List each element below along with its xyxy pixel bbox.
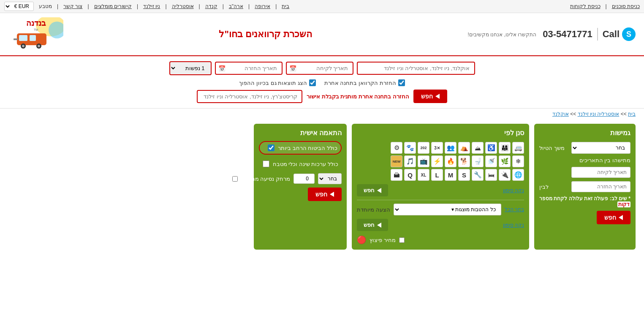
secondary-destination-wrap	[197, 90, 302, 103]
nav-usa[interactable]: ארה"ב	[229, 3, 243, 9]
return-other-station-checkbox[interactable]	[398, 79, 405, 86]
filter-icon-xl[interactable]: XL	[418, 169, 429, 181]
personal-panel-title: התאמה אישית	[259, 129, 342, 137]
header-subtitle: התקשרו אלינו, אנחנו מקשיבים!	[468, 32, 537, 38]
distance-checkbox[interactable]	[232, 176, 238, 182]
filter-icon-mountain[interactable]: ⛰	[472, 142, 484, 154]
filter-icon-family[interactable]: 👨‍👩‍👧	[499, 142, 511, 154]
nav-contact[interactable]: צור קשר	[63, 3, 82, 9]
flex-btn-row: חפש	[539, 211, 630, 224]
filter-icon-plug[interactable]: 🔌	[499, 169, 511, 181]
search-button[interactable]: חפש	[413, 90, 447, 103]
divider	[597, 28, 598, 41]
flex-note-white: * שים לב: פעולה זאת עלולה לקחת מספר	[539, 196, 630, 201]
breadcrumb-australia-nz[interactable]: אוסטרליה וניו זילנד	[578, 111, 620, 117]
passengers-select[interactable]: 1 נפשות	[169, 61, 212, 75]
offer-search-button[interactable]: חפש	[357, 219, 388, 231]
currency-label: מטבע	[39, 3, 52, 9]
price-explosion-checkbox[interactable]	[399, 237, 405, 243]
filter-icon-eco[interactable]: 🌿	[499, 155, 511, 167]
filter-icon-wifi[interactable]: 🌐	[512, 169, 524, 181]
nav-agents-link[interactable]: כניסת סוכנים	[612, 3, 640, 9]
distance-unit-select[interactable]: בחר	[318, 173, 342, 184]
filters-search-label: חפש	[364, 187, 375, 193]
flex-pickup-row	[539, 167, 630, 178]
offer-arrow-icon	[377, 223, 381, 228]
nav-canada[interactable]: קנדה	[205, 3, 217, 9]
svg-rect-3	[19, 35, 27, 41]
phone-number: 03-5471771	[543, 29, 592, 40]
nav-newzealand[interactable]: ניו זילנד	[143, 3, 160, 9]
clear-selection-link2[interactable]: נקה סימון	[503, 222, 524, 228]
personal-search-button[interactable]: חפש	[308, 188, 342, 201]
filter-icon-camping[interactable]: ⛺	[458, 142, 470, 154]
svg-rect-9	[14, 38, 18, 40]
insurance-label: כולל הביטוח הרחב ביותר	[278, 145, 337, 151]
insurance-row: כולל הביטוח הרחב ביותר	[259, 141, 342, 155]
filter-icon-fire[interactable]: 🔥	[445, 155, 457, 167]
filter-icon-dog[interactable]: 🐕	[458, 155, 470, 167]
filter-icon-x3[interactable]: ✕3	[431, 142, 443, 154]
trip-duration-select[interactable]: בחר	[571, 142, 630, 154]
breadcrumb-auckland[interactable]: אוקלנד	[552, 111, 569, 117]
filter-icon-m[interactable]: M	[445, 169, 457, 181]
filter-icons-grid: 🚐 👨‍👩‍👧 ♿ ⛰ ⛺ 👥 ✕3 202 🐾 ⚙ ❄ 🌿 🚿 🚽 🐕 🔥 ⚡…	[357, 142, 524, 181]
svg-text:TM: TM	[34, 28, 38, 31]
filter-icon-ac[interactable]: ❄	[512, 155, 524, 167]
sleep-items-checkbox[interactable]	[263, 160, 269, 167]
breadcrumb-home[interactable]: בית	[628, 111, 636, 117]
header-center: השכרת קרוואנים בחו"ל	[219, 29, 312, 40]
filter-icon-pets[interactable]: 🐾	[404, 142, 416, 154]
filter-icon-wc[interactable]: 🚽	[472, 155, 484, 167]
filter-icon-202[interactable]: 202	[418, 142, 429, 154]
filter-icon-audio[interactable]: 🎵	[404, 155, 416, 167]
flex-pickup-input[interactable]	[571, 167, 630, 178]
approval-text: החזרה בתחנה אחרת מותנית בקבלת אישור	[307, 93, 409, 100]
filters-search-button[interactable]: חפש	[357, 184, 388, 196]
currency-select[interactable]: EUR €	[4, 2, 34, 11]
filter-icon-electric[interactable]: ⚡	[431, 155, 443, 167]
filter-icon-new[interactable]: NEW	[391, 155, 402, 167]
date-range-label: מתישהו בין התאריכים	[579, 157, 630, 163]
skype-call[interactable]: S Call 03-5471771	[543, 27, 636, 41]
return-date-label: לבין	[539, 184, 549, 190]
trip-duration-row: בחר משך הטיול	[539, 142, 630, 154]
filter-icon-group[interactable]: 👥	[445, 142, 457, 154]
secondary-destination-input[interactable]	[197, 90, 302, 103]
filter-icon-accessible[interactable]: ♿	[485, 142, 497, 154]
flex-return-input[interactable]	[571, 181, 630, 192]
show-reverse-checkbox[interactable]	[309, 79, 316, 86]
filter-icon-gear[interactable]: ⚙	[391, 142, 402, 154]
distance-input[interactable]	[293, 174, 315, 184]
top-nav-main-links: בית | אירופה | ארה"ב | קנדה | אוסטרליה |…	[4, 2, 289, 11]
filter-icon-q[interactable]: Q	[404, 169, 416, 181]
search-bottom-row: חפש החזרה בתחנה אחרת מותנית בקבלת אישור	[8, 90, 636, 103]
flexibility-panel: גמישות בחר משך הטיול מתישהו בין התאריכים…	[534, 124, 636, 250]
select-all-link[interactable]: בחר הכל	[505, 207, 524, 212]
filter-icon-tools[interactable]: 🔧	[472, 169, 484, 181]
insurance-checkbox[interactable]	[268, 144, 274, 151]
svg-point-6	[22, 45, 24, 47]
filter-icon-tv[interactable]: 📺	[418, 155, 429, 167]
filters-panel-title: סנן לפי	[357, 129, 524, 137]
flex-search-button[interactable]: חפש	[597, 211, 630, 224]
clear-selection-link[interactable]: נקה סימון	[503, 188, 524, 193]
nav-australia[interactable]: אוסטרליה	[172, 3, 194, 9]
filter-icon-bed[interactable]: 🛏	[485, 169, 497, 181]
logo: בנדנה TM	[8, 17, 63, 51]
filters-arrow-icon	[377, 188, 381, 193]
filter-icon-l[interactable]: L	[431, 169, 443, 181]
show-reverse-label: הצג תוצאות גם בכיוון ההפוך	[239, 80, 307, 86]
nav-links[interactable]: קישורים מומלצים	[94, 3, 132, 9]
filter-icon-s[interactable]: S	[458, 169, 470, 181]
filter-icon-caravan[interactable]: 🚐	[512, 142, 524, 154]
destination-input[interactable]	[357, 62, 475, 75]
nav-clients-link[interactable]: כניסת לקוחות	[570, 3, 600, 9]
distance-label: מרחק נסיעה מתוכנן:	[241, 176, 290, 182]
svg-text:בנדנה: בנדנה	[26, 19, 46, 27]
nav-home[interactable]: בית	[282, 3, 289, 9]
nav-europe[interactable]: אירופה	[255, 3, 270, 9]
filter-icon-mountain2[interactable]: 🏔	[391, 169, 402, 181]
offer-select[interactable]: כל ההטבות מוצגות ▾	[394, 204, 501, 215]
filter-icon-shower[interactable]: 🚿	[485, 155, 497, 167]
